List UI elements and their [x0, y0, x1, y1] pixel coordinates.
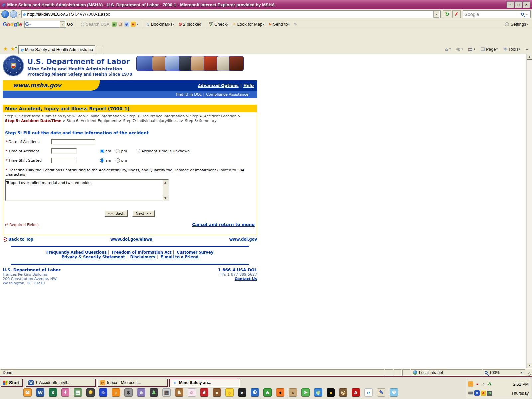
home-button[interactable]: ⌂▾: [445, 46, 452, 52]
outlook-icon[interactable]: ✉: [23, 388, 32, 397]
date-of-accident-input[interactable]: [51, 139, 95, 145]
settings-button[interactable]: Settings▾: [505, 22, 529, 27]
minimize-button[interactable]: −: [507, 2, 514, 8]
scroll-down-icon[interactable]: ▼: [527, 363, 532, 368]
journal-icon[interactable]: ▤: [74, 388, 82, 397]
acrobat-icon[interactable]: A: [352, 388, 360, 397]
resize-grip[interactable]: [526, 369, 531, 376]
help-link[interactable]: Help: [243, 83, 254, 88]
taskbar-item-word[interactable]: W 1-AccidentInjuryIl...: [26, 379, 96, 387]
money-bag-icon[interactable]: $: [124, 388, 133, 397]
disclaimers-link[interactable]: Disclaimers: [130, 255, 155, 259]
compliance-assistance-link[interactable]: Compliance Assistance: [206, 92, 248, 97]
customer-survey-link[interactable]: Customer Survey: [177, 250, 213, 255]
toolbar-overflow-icon[interactable]: »: [526, 47, 528, 52]
add-favorite-button[interactable]: ★+: [10, 46, 17, 52]
browser-tab[interactable]: e Mine Safety and Health Administration …: [18, 45, 95, 54]
options-cube-icon[interactable]: ■: [131, 22, 136, 27]
time-shift-started-input[interactable]: [51, 158, 77, 163]
update-tray-icon[interactable]: ↻: [487, 391, 492, 396]
excel-icon[interactable]: X: [49, 388, 57, 397]
squirrel-icon[interactable]: ♞: [175, 388, 183, 397]
bookmarks-button[interactable]: ☆ Bookmarks▾: [146, 22, 176, 27]
tiger-icon[interactable]: ♦: [276, 388, 284, 397]
shift-am-radio[interactable]: [100, 158, 104, 163]
stop-button[interactable]: ✗: [452, 10, 461, 18]
scroll-up-icon[interactable]: ▲: [527, 54, 532, 60]
tools-menu-button[interactable]: ☸Tools▾: [503, 46, 521, 52]
go-icon[interactable]: ➤: [301, 388, 310, 397]
accident-time-unknown-checkbox[interactable]: [136, 149, 140, 153]
description-textarea[interactable]: Tripped over rolled material and twisted…: [5, 179, 169, 201]
zoom-dropdown-icon[interactable]: ▾: [520, 371, 522, 374]
close-button[interactable]: ×: [523, 2, 530, 8]
contact-us-link[interactable]: Contact Us: [235, 277, 257, 281]
new-tab-button[interactable]: [96, 46, 103, 54]
email-friend-link[interactable]: E-mail to a Friend: [160, 255, 198, 259]
key-tray-icon[interactable]: ✗: [481, 391, 486, 396]
zoom-control[interactable]: 100% ▾: [483, 369, 525, 376]
history-dropdown-icon[interactable]: ▾: [18, 13, 20, 16]
search-input[interactable]: Google ▾: [463, 10, 531, 18]
back-step-button[interactable]: << Back: [105, 210, 128, 217]
frog-icon[interactable]: ♣: [263, 388, 272, 397]
start-button[interactable]: Start: [1, 379, 23, 387]
favorites-center-button[interactable]: ★: [3, 46, 8, 52]
antivirus-shield-tray-icon[interactable]: V: [474, 390, 480, 396]
advanced-options-link[interactable]: Advanced Options: [198, 83, 239, 88]
paint-icon[interactable]: ❄: [390, 388, 398, 397]
dol-gov-link[interactable]: www.dol.gov: [229, 237, 257, 242]
taskbar-item-ie-active[interactable]: e Mine Safety an...: [169, 379, 240, 387]
tweety-icon[interactable]: ☼: [225, 388, 234, 397]
globe-icon[interactable]: ☯: [251, 388, 259, 397]
ie-icon[interactable]: e: [364, 388, 373, 397]
bird-icon[interactable]: ☻: [137, 388, 145, 397]
print-button[interactable]: ▤▾: [468, 46, 477, 52]
go-button[interactable]: Go: [67, 22, 73, 27]
maximize-button[interactable]: □: [515, 2, 522, 8]
address-input[interactable]: e http://lakdev3/EGov.STST.4V7/7000-1.as…: [21, 10, 441, 18]
accident-am-radio[interactable]: [100, 149, 104, 153]
forward-button[interactable]: →: [10, 10, 17, 18]
textarea-scroll-down-icon[interactable]: ▼: [163, 196, 168, 200]
duck-icon[interactable]: ♪: [112, 388, 120, 397]
black-cat-icon[interactable]: ●: [327, 388, 335, 397]
textarea-scrollbar[interactable]: ▲ ▼: [163, 180, 168, 200]
pointer-tray-icon[interactable]: ∾: [474, 382, 480, 387]
accident-pm-radio[interactable]: [116, 149, 120, 153]
feeds-button[interactable]: ◉▾: [456, 46, 464, 52]
refresh-button[interactable]: ↻: [443, 10, 451, 18]
owl-icon[interactable]: ◎: [339, 388, 347, 397]
mouse-icon[interactable]: ☺: [188, 388, 196, 397]
animaniacs-icon[interactable]: ★: [200, 388, 208, 397]
highlighter-icon[interactable]: ✎: [294, 22, 297, 27]
search-icon[interactable]: [521, 13, 524, 16]
word-icon[interactable]: W: [36, 388, 44, 397]
textarea-scroll-up-icon[interactable]: ▲: [163, 180, 168, 185]
look-for-map-button[interactable]: ✧ Look for Map▾: [233, 22, 266, 27]
world-icon[interactable]: ◉: [314, 388, 322, 397]
address-dropdown-icon[interactable]: ▾: [433, 11, 439, 18]
cat-icon[interactable]: ♠: [238, 388, 246, 397]
cube-dropdown-icon[interactable]: ▾: [137, 23, 138, 26]
google-search-dropdown-icon[interactable]: ▾: [60, 21, 65, 27]
find-it-link[interactable]: Find It! in DOL: [176, 92, 201, 97]
taskbar-item-outlook[interactable]: ◷ Inbox - Microsoft...: [97, 379, 168, 387]
basket-icon[interactable]: ▲: [289, 388, 297, 397]
url-text[interactable]: http://lakdev3/EGov.STST.4V7/7000-1.aspx: [27, 12, 433, 17]
spellcheck-button[interactable]: ABC ✓ Check▾: [209, 22, 230, 27]
page-scrollbar[interactable]: ▲ ▼: [526, 54, 532, 368]
key-icon[interactable]: ✦: [61, 388, 69, 397]
elaws-link[interactable]: www.dol.gov/elaws: [110, 237, 152, 242]
picture-icon[interactable]: ▣: [112, 22, 117, 27]
search-dropdown-icon[interactable]: ▾: [526, 13, 528, 16]
google-g-dropdown-icon[interactable]: ▾: [29, 23, 31, 26]
search-usa-button[interactable]: ◎ Search USA: [81, 22, 110, 27]
popup-blocked-button[interactable]: ⊘ 2 blocked: [178, 22, 201, 27]
next-step-button[interactable]: Next >>: [132, 210, 155, 217]
clock-tray-icon[interactable]: ◔: [468, 381, 473, 387]
cancel-link[interactable]: Cancel and return to menu: [192, 222, 255, 227]
network-tray-icon[interactable]: ⁂: [487, 382, 492, 387]
dog-icon[interactable]: ●: [213, 388, 221, 397]
scanner-tray-icon[interactable]: ⌨: [468, 391, 473, 396]
